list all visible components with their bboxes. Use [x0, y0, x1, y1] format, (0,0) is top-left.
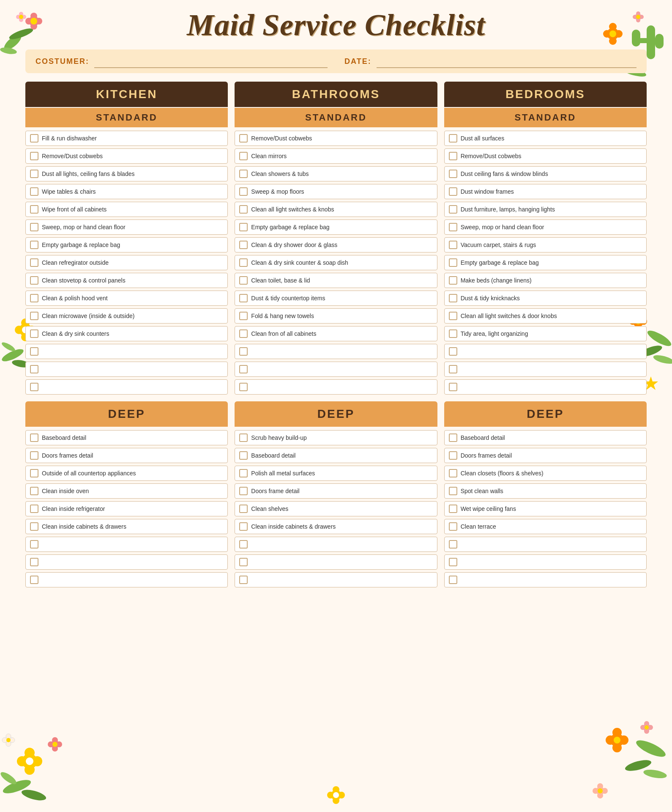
checkbox[interactable]: [449, 505, 457, 513]
checkbox[interactable]: [30, 329, 38, 338]
svg-point-56: [32, 756, 42, 766]
checkbox[interactable]: [30, 241, 38, 249]
checkbox[interactable]: [30, 276, 38, 285]
checkbox[interactable]: [30, 558, 38, 566]
checkbox[interactable]: [239, 152, 248, 160]
checkbox[interactable]: [239, 505, 248, 513]
checkbox[interactable]: [30, 152, 38, 160]
checkbox[interactable]: [239, 223, 248, 231]
checkbox[interactable]: [449, 540, 457, 549]
item-label: Wipe front of all cabinets: [42, 206, 107, 213]
list-item-empty: [25, 362, 228, 377]
list-item: Clean inside refrigerator: [25, 501, 228, 516]
item-label: Doors frame detail: [251, 487, 299, 495]
item-label: Clean & polish hood vent: [42, 294, 108, 302]
checkbox[interactable]: [239, 187, 248, 196]
list-item: Dust furniture, lamps, hanging lights: [444, 202, 647, 217]
svg-point-53: [25, 748, 35, 758]
checkbox[interactable]: [30, 522, 38, 531]
checkbox[interactable]: [239, 241, 248, 249]
checkbox[interactable]: [30, 540, 38, 549]
checkbox[interactable]: [30, 347, 38, 356]
checkbox[interactable]: [449, 241, 457, 249]
checkbox[interactable]: [239, 170, 248, 178]
item-label: Clean toilet, base & lid: [251, 277, 310, 284]
checkbox[interactable]: [449, 312, 457, 320]
checkbox[interactable]: [30, 312, 38, 320]
checkbox[interactable]: [239, 383, 248, 391]
checkbox[interactable]: [239, 576, 248, 584]
list-item: Baseboard detail: [235, 448, 437, 463]
svg-point-95: [333, 786, 339, 793]
checkbox[interactable]: [449, 187, 457, 196]
checkbox[interactable]: [30, 170, 38, 178]
checkbox[interactable]: [30, 365, 38, 373]
checkbox[interactable]: [239, 258, 248, 267]
checkbox[interactable]: [30, 576, 38, 584]
list-item: Wipe front of all cabinets: [25, 202, 228, 217]
list-item-empty: [235, 572, 437, 587]
checkbox[interactable]: [30, 383, 38, 391]
checkbox[interactable]: [449, 433, 457, 442]
list-item-empty: [444, 537, 647, 552]
customer-input[interactable]: [94, 55, 328, 68]
checkbox[interactable]: [449, 294, 457, 302]
checkbox[interactable]: [239, 451, 248, 460]
checkbox[interactable]: [239, 294, 248, 302]
checkbox[interactable]: [30, 469, 38, 477]
checkbox[interactable]: [239, 558, 248, 566]
checkbox[interactable]: [239, 433, 248, 442]
checkbox[interactable]: [449, 558, 457, 566]
item-label: Clean refregirator outside: [42, 259, 109, 266]
checkbox[interactable]: [449, 223, 457, 231]
checkbox[interactable]: [449, 487, 457, 495]
list-item: Sweep, mop or hand clean floor: [444, 219, 647, 235]
standard-header-1: STANDARD: [235, 108, 437, 127]
list-item-empty: [444, 362, 647, 377]
checkbox[interactable]: [239, 312, 248, 320]
checkbox[interactable]: [449, 347, 457, 356]
checkbox[interactable]: [239, 522, 248, 531]
checkbox[interactable]: [449, 152, 457, 160]
checkbox[interactable]: [30, 433, 38, 442]
checkbox[interactable]: [449, 258, 457, 267]
checkbox[interactable]: [30, 451, 38, 460]
checkbox[interactable]: [30, 205, 38, 214]
checkbox[interactable]: [239, 134, 248, 143]
checkbox[interactable]: [30, 134, 38, 143]
item-label: Clean inside refrigerator: [42, 505, 105, 513]
checkbox[interactable]: [449, 205, 457, 214]
checkbox[interactable]: [449, 522, 457, 531]
svg-point-89: [597, 783, 603, 789]
checkbox[interactable]: [30, 294, 38, 302]
checkbox[interactable]: [239, 487, 248, 495]
item-label: Wet wipe ceiling fans: [461, 505, 516, 513]
checkbox[interactable]: [239, 347, 248, 356]
checkbox[interactable]: [449, 329, 457, 338]
checkbox[interactable]: [449, 170, 457, 178]
checkbox[interactable]: [239, 365, 248, 373]
checkbox[interactable]: [449, 451, 457, 460]
checkbox[interactable]: [449, 276, 457, 285]
checkbox[interactable]: [449, 365, 457, 373]
checkbox[interactable]: [239, 276, 248, 285]
checkbox[interactable]: [449, 134, 457, 143]
item-label: Remove/Dust cobwebs: [42, 152, 103, 160]
checkbox[interactable]: [239, 205, 248, 214]
checkbox[interactable]: [239, 469, 248, 477]
checkbox[interactable]: [449, 469, 457, 477]
checkbox[interactable]: [30, 487, 38, 495]
checkbox[interactable]: [30, 223, 38, 231]
checkbox[interactable]: [30, 187, 38, 196]
checkbox[interactable]: [239, 540, 248, 549]
date-input[interactable]: [377, 55, 636, 68]
form-fields: COSTUMER: DATE:: [25, 49, 647, 73]
checkbox[interactable]: [30, 258, 38, 267]
checkbox[interactable]: [449, 383, 457, 391]
list-item-empty: [444, 554, 647, 570]
checkbox[interactable]: [239, 329, 248, 338]
checkbox[interactable]: [30, 505, 38, 513]
deep-checklist-1: Scrub heavy build-upBaseboard detailPoli…: [235, 430, 437, 587]
checkbox[interactable]: [449, 576, 457, 584]
svg-point-96: [333, 797, 339, 804]
